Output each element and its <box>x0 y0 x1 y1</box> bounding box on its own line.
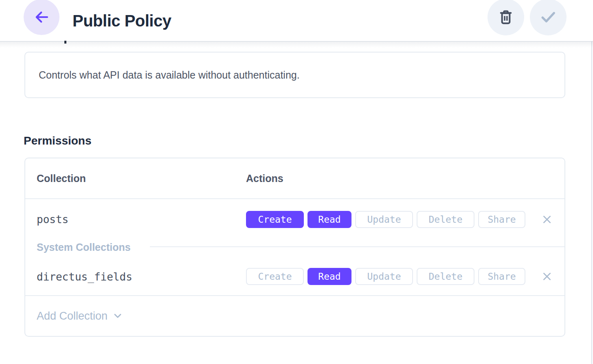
action-update-button[interactable]: Update <box>355 211 413 228</box>
column-header-collection: Collection <box>37 158 86 198</box>
description-value: Controls what API data is available with… <box>39 69 300 81</box>
add-collection-label: Add Collection <box>37 310 108 322</box>
save-button[interactable] <box>530 0 567 35</box>
remove-row-posts-button[interactable] <box>540 213 554 226</box>
clipped-field-label-fragment <box>64 41 66 44</box>
action-read-button[interactable]: Read <box>307 211 351 228</box>
arrow-left-icon <box>33 9 50 26</box>
action-create-button[interactable]: Create <box>246 268 304 285</box>
action-delete-button[interactable]: Delete <box>417 211 474 228</box>
description-input[interactable]: Controls what API data is available with… <box>24 52 565 98</box>
permissions-table-header: Collection Actions <box>25 158 564 199</box>
collection-name-directus-fields: directus_fields <box>37 271 132 283</box>
permissions-table: Collection Actions posts Create Read Upd… <box>24 158 565 337</box>
delete-policy-button[interactable] <box>488 0 524 35</box>
permissions-heading: Permissions <box>24 134 92 147</box>
policy-detail-screen: Public Policy Controls what <box>0 0 593 364</box>
add-collection-button[interactable]: Add Collection <box>37 296 123 336</box>
check-icon <box>539 8 558 26</box>
collection-name-posts: posts <box>37 213 68 226</box>
action-read-button[interactable]: Read <box>307 268 351 285</box>
permissions-table-footer: Add Collection <box>25 295 564 336</box>
back-button[interactable] <box>24 0 59 35</box>
close-icon <box>541 213 553 226</box>
action-share-button[interactable]: Share <box>478 268 525 285</box>
action-delete-button[interactable]: Delete <box>417 268 474 285</box>
content-right-border <box>591 0 592 364</box>
system-collections-divider-line <box>150 246 564 247</box>
remove-row-directus-fields-button[interactable] <box>540 270 554 283</box>
action-share-button[interactable]: Share <box>478 211 525 228</box>
trash-icon <box>498 9 514 25</box>
actions-group-posts: Create Read Update Delete Share <box>246 211 525 228</box>
actions-group-directus-fields: Create Read Update Delete Share <box>246 268 525 285</box>
page-title: Public Policy <box>72 0 171 42</box>
system-collections-divider-label: System Collections <box>37 241 131 253</box>
close-icon <box>541 270 553 283</box>
action-update-button[interactable]: Update <box>355 268 413 285</box>
column-header-actions: Actions <box>246 158 283 198</box>
action-create-button[interactable]: Create <box>246 211 304 228</box>
chevron-down-icon <box>112 311 123 321</box>
app-header: Public Policy <box>0 0 593 42</box>
